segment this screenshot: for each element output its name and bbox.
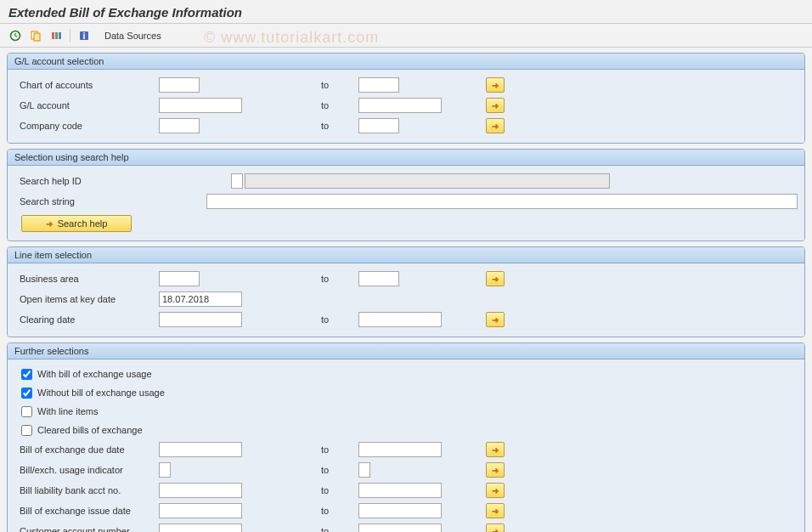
input-boe-due-from[interactable]: [159, 442, 242, 457]
input-company-code-to[interactable]: [358, 118, 399, 133]
label-cust-acct: Customer account number: [14, 526, 159, 532]
input-search-string[interactable]: [206, 194, 798, 209]
input-bill-liability-to[interactable]: [358, 483, 442, 498]
input-bill-liability-from[interactable]: [159, 483, 242, 498]
label-without-boe-usage: Without bill of exchange usage: [37, 388, 165, 398]
label-company-code: Company code: [14, 121, 159, 131]
input-business-area-to[interactable]: [358, 271, 399, 286]
label-to: to: [316, 506, 358, 516]
label-search-string: Search string: [14, 196, 206, 207]
page-title: Extended Bill of Exchange Information: [8, 5, 804, 20]
svg-text:i: i: [82, 31, 85, 41]
label-chart-of-accounts: Chart of accounts: [14, 80, 159, 90]
label-open-items: Open items at key date: [14, 294, 159, 304]
toolbar-separator: [70, 29, 70, 42]
label-to: to: [316, 80, 358, 90]
group-header-line: Line item selection: [8, 247, 804, 263]
svg-rect-4: [55, 32, 58, 39]
input-gl-account-to[interactable]: [358, 98, 442, 113]
input-open-items-date[interactable]: [159, 291, 242, 307]
label-boe-issue-date: Bill of exchange issue date: [14, 506, 159, 516]
svg-rect-3: [52, 32, 54, 39]
get-variant-icon[interactable]: [27, 27, 44, 44]
multiple-selection-button[interactable]: ➜: [486, 271, 505, 286]
group-header-search: Selection using search help: [8, 150, 804, 166]
label-clearing-date: Clearing date: [14, 314, 159, 325]
group-further-selections: Further selections With bill of exchange…: [7, 342, 805, 532]
multiple-selection-button[interactable]: ➜: [486, 77, 505, 93]
input-business-area-from[interactable]: [159, 271, 200, 286]
label-with-boe-usage: With bill of exchange usage: [37, 369, 152, 379]
label-to: to: [316, 444, 358, 455]
input-boe-issue-to[interactable]: [358, 503, 442, 518]
input-search-help-id-desc[interactable]: [245, 173, 610, 189]
label-to: to: [316, 465, 358, 475]
label-boe-usage-indicator: Bill/exch. usage indicator: [14, 465, 159, 475]
label-gl-account: G/L account: [14, 100, 159, 110]
group-line-item: Line item selection Business area to ➜ O…: [7, 246, 805, 337]
input-gl-account-from[interactable]: [159, 98, 242, 113]
multiple-selection-button[interactable]: ➜: [486, 442, 505, 457]
label-cleared-boe: Cleared bills of exchange: [37, 425, 143, 435]
group-header-further: Further selections: [8, 343, 804, 359]
group-gl-selection: G/L account selection Chart of accounts …: [7, 53, 805, 144]
arrow-right-icon: ➜: [46, 219, 53, 229]
input-boe-usage-to[interactable]: [358, 462, 370, 478]
multiple-selection-button[interactable]: ➜: [486, 524, 505, 532]
multiple-selection-button[interactable]: ➜: [486, 483, 505, 498]
multiple-selection-button[interactable]: ➜: [486, 462, 505, 478]
input-boe-due-to[interactable]: [358, 442, 442, 457]
selection-options-icon[interactable]: [48, 27, 65, 44]
execute-icon[interactable]: [7, 27, 24, 44]
svg-rect-5: [59, 32, 61, 39]
search-help-button-label: Search help: [58, 218, 108, 229]
label-to: to: [316, 485, 358, 495]
search-help-button[interactable]: ➜ Search help: [21, 215, 132, 232]
input-clearing-date-to[interactable]: [358, 312, 442, 327]
data-sources-link[interactable]: Data Sources: [99, 29, 166, 42]
label-to: to: [316, 526, 358, 532]
label-with-line-items: With line items: [37, 406, 99, 416]
info-icon[interactable]: i: [76, 27, 93, 44]
label-bill-liability: Bill liability bank acct no.: [14, 485, 159, 495]
input-chart-of-accounts-from[interactable]: [159, 77, 200, 93]
multiple-selection-button[interactable]: ➜: [486, 312, 505, 327]
label-search-help-id: Search help ID: [14, 176, 231, 186]
multiple-selection-button[interactable]: ➜: [486, 98, 505, 113]
label-to: to: [316, 121, 358, 131]
input-cust-acct-to[interactable]: [358, 524, 442, 532]
label-to: to: [316, 314, 358, 325]
label-to: to: [316, 100, 358, 110]
checkbox-with-boe-usage[interactable]: [21, 369, 32, 380]
svg-rect-2: [34, 33, 40, 41]
input-boe-usage-from[interactable]: [159, 462, 171, 478]
label-to: to: [316, 274, 358, 284]
checkbox-with-line-items[interactable]: [21, 406, 32, 417]
checkbox-cleared-boe[interactable]: [21, 425, 32, 436]
group-header-gl: G/L account selection: [8, 54, 804, 70]
multiple-selection-button[interactable]: ➜: [486, 503, 505, 518]
input-clearing-date-from[interactable]: [159, 312, 242, 327]
input-cust-acct-from[interactable]: [159, 524, 242, 532]
multiple-selection-button[interactable]: ➜: [486, 118, 505, 133]
input-chart-of-accounts-to[interactable]: [358, 77, 399, 93]
input-boe-issue-from[interactable]: [159, 503, 242, 518]
label-business-area: Business area: [14, 274, 159, 284]
checkbox-without-boe-usage[interactable]: [21, 388, 32, 399]
group-search-help: Selection using search help Search help …: [7, 149, 805, 241]
input-search-help-id-short[interactable]: [231, 173, 243, 189]
toolbar: i Data Sources: [0, 24, 812, 48]
input-company-code-from[interactable]: [159, 118, 200, 133]
label-boe-due-date: Bill of exchange due date: [14, 444, 159, 455]
